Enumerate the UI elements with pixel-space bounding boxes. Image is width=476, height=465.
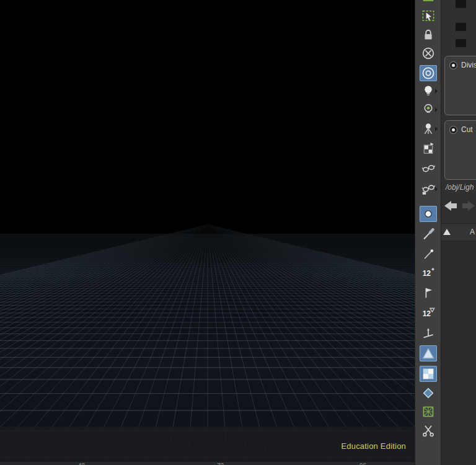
concentric-circles-icon — [421, 66, 436, 81]
display-toolbar: 12 12 — [415, 0, 441, 465]
scissors-icon — [421, 423, 436, 438]
option-box-divisions: Divis — [444, 56, 476, 115]
checker-button[interactable] — [420, 366, 437, 382]
needle-button[interactable] — [420, 246, 437, 262]
point-numbers-icon: 12 — [421, 265, 436, 280]
textured-cube-icon — [421, 141, 436, 156]
option-label: Cut — [461, 125, 473, 134]
dark-tile[interactable] — [456, 39, 466, 47]
radio-dot-icon — [452, 128, 455, 131]
brush-icon — [421, 227, 436, 242]
radio-dot-icon — [452, 64, 455, 67]
lightbulb-green-icon — [421, 102, 436, 117]
section-header: A — [441, 223, 476, 241]
select-visible-icon — [421, 8, 436, 23]
houdini-window: Education Edition 48 72 96 — [0, 0, 476, 465]
studio-light-button[interactable] — [420, 121, 437, 137]
wire-box-icon — [421, 404, 436, 419]
svg-text:12: 12 — [423, 269, 431, 278]
textured-cube-button[interactable] — [420, 141, 437, 157]
lightbulb-button[interactable] — [420, 83, 437, 99]
option-label: Divis — [461, 61, 476, 69]
svg-text:12: 12 — [423, 309, 431, 318]
radio-button[interactable] — [449, 61, 457, 69]
flag-button[interactable] — [420, 285, 437, 301]
collapse-triangle-icon[interactable] — [443, 229, 451, 235]
glasses-button[interactable] — [420, 160, 437, 176]
back-arrow-icon — [444, 201, 451, 211]
cone-button[interactable] — [420, 345, 437, 361]
glasses-box-icon — [421, 182, 436, 197]
lightbulb-icon — [421, 84, 436, 99]
forward-arrow-icon — [468, 201, 475, 211]
flag-icon — [421, 285, 436, 300]
diamond-icon — [421, 386, 436, 401]
diamond-button[interactable] — [420, 385, 437, 401]
right-panel: Divis Cut /obj/Ligh A — [441, 0, 476, 465]
prim-numbers-button[interactable]: 12 — [420, 305, 437, 321]
brush-button[interactable] — [420, 226, 437, 242]
wire-box-button[interactable] — [420, 404, 437, 420]
back-button[interactable] — [444, 201, 457, 211]
checker-icon — [421, 366, 436, 381]
forward-button[interactable] — [462, 201, 475, 211]
needle-icon — [421, 247, 436, 262]
prim-numbers-icon: 12 — [421, 306, 436, 321]
nav-arrows — [444, 201, 475, 211]
point-numbers-button[interactable]: 12 — [420, 265, 437, 281]
circle-x-button[interactable] — [420, 45, 437, 61]
glasses-box-button[interactable] — [420, 181, 437, 197]
scene-viewport[interactable]: Education Edition — [0, 0, 415, 461]
dark-tile[interactable] — [456, 0, 466, 8]
dark-tile[interactable] — [456, 23, 466, 31]
glasses-icon — [421, 161, 436, 175]
radio-button[interactable] — [449, 126, 457, 134]
node-path[interactable]: /obj/Ligh — [446, 183, 474, 192]
normal-vector-button[interactable] — [420, 326, 437, 342]
panel-body — [441, 241, 476, 465]
back-arrow-shaft — [451, 203, 457, 208]
circle-x-icon — [421, 46, 436, 61]
forward-arrow-shaft — [462, 203, 468, 208]
lightbulb-green-button[interactable] — [420, 102, 437, 118]
ruler-tick: 48 — [78, 463, 85, 465]
ruler-tick: 96 — [359, 463, 366, 465]
scissors-button[interactable] — [420, 422, 437, 438]
select-visible-button[interactable] — [420, 7, 437, 24]
normal-vector-icon — [421, 326, 436, 341]
lock-icon — [421, 27, 436, 42]
ruler-tick: 72 — [217, 463, 224, 465]
timeline-ruler[interactable]: 48 72 96 — [0, 461, 415, 465]
cone-icon — [421, 346, 436, 361]
horizon-fade — [0, 221, 415, 274]
option-box-cut: Cut — [444, 120, 476, 180]
studio-light-icon — [421, 122, 436, 136]
lock-button[interactable] — [420, 27, 437, 43]
section-label: A — [470, 228, 475, 236]
watermark: Education Edition — [341, 441, 406, 451]
concentric-circles-button[interactable] — [420, 65, 437, 81]
point-display-icon — [421, 206, 436, 221]
point-display-button[interactable] — [420, 206, 437, 222]
